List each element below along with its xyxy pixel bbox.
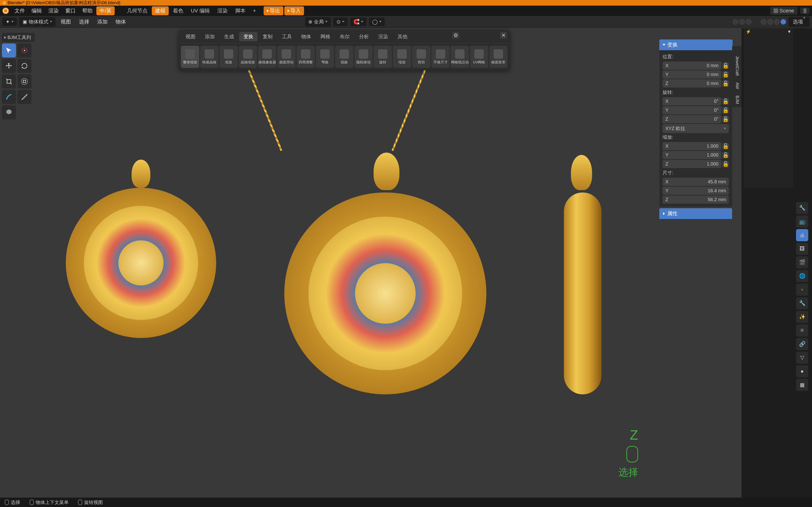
mode-selector[interactable]: ▣物体模式 bbox=[19, 17, 55, 26]
fp-tool[interactable]: 晶格缩放 bbox=[239, 46, 257, 68]
lock-icon[interactable]: 🔓 bbox=[722, 143, 729, 150]
header-add[interactable]: 添加 bbox=[94, 17, 110, 26]
fp-tab-active[interactable]: 变换 bbox=[239, 32, 257, 41]
prop-constraints-icon[interactable]: 🔗 bbox=[796, 338, 808, 350]
fp-tab[interactable]: 布尔 bbox=[336, 32, 354, 41]
tool-measure[interactable] bbox=[17, 90, 32, 104]
menu-window[interactable]: 窗口 bbox=[62, 6, 79, 15]
rot-y[interactable]: Y0° bbox=[663, 106, 721, 114]
prop-texture-icon[interactable]: ▦ bbox=[796, 379, 808, 391]
side-tab-bjm[interactable]: BJM bbox=[732, 92, 742, 107]
overlay-icon[interactable] bbox=[732, 19, 738, 25]
fp-tool[interactable]: 整体缩放 bbox=[181, 46, 199, 68]
filter-icon[interactable]: ▼ bbox=[787, 30, 791, 34]
scale-y[interactable]: Y1.000 bbox=[663, 151, 721, 159]
side-tab-item[interactable]: 变换 bbox=[732, 40, 742, 46]
side-tab-view[interactable]: 视图 bbox=[732, 46, 742, 53]
rot-z[interactable]: Z0° bbox=[663, 115, 721, 123]
header-view[interactable]: 视图 bbox=[58, 17, 74, 26]
fp-tool[interactable]: 网格线迁动 bbox=[451, 46, 469, 68]
loc-y[interactable]: Y0 mm bbox=[663, 70, 721, 78]
workspace-rendering[interactable]: 渲染 bbox=[214, 6, 231, 15]
menu-help[interactable]: 帮助 bbox=[80, 6, 95, 15]
shading-modes[interactable] bbox=[761, 19, 786, 25]
fp-tab[interactable]: 分析 bbox=[355, 32, 373, 41]
close-icon[interactable]: ✕ bbox=[500, 32, 507, 39]
fp-tool[interactable]: 四周调整 bbox=[297, 46, 315, 68]
lock-icon[interactable]: 🔓 bbox=[722, 116, 729, 122]
scale-z[interactable]: Z1.000 bbox=[663, 160, 721, 168]
tool-scale[interactable] bbox=[2, 74, 16, 89]
prop-modifier-icon[interactable]: 🔧 bbox=[796, 297, 808, 309]
overlay-toggles[interactable] bbox=[732, 19, 751, 25]
tool-rotate[interactable] bbox=[17, 59, 32, 73]
import-button[interactable]: 导入 bbox=[284, 6, 304, 15]
workspace-modeling[interactable]: 建模 bbox=[152, 6, 169, 15]
filter-icon[interactable]: ⚡ bbox=[746, 29, 751, 34]
menu-edit[interactable]: 编辑 bbox=[29, 6, 45, 15]
fp-tool[interactable]: 缩放 bbox=[219, 46, 238, 68]
prop-particles-icon[interactable]: ✨ bbox=[796, 311, 808, 323]
prop-physics-icon[interactable]: ⚛ bbox=[796, 324, 808, 337]
workspace-geo-nodes[interactable]: 几何节点 bbox=[123, 6, 151, 15]
loc-z[interactable]: Z0 mm bbox=[663, 79, 721, 88]
fp-tool[interactable]: 曲线修改器 bbox=[258, 46, 276, 68]
export-button[interactable]: 导出 bbox=[264, 6, 283, 15]
prop-data-icon[interactable]: ▽ bbox=[796, 352, 808, 364]
workspace-script[interactable]: 脚本 bbox=[232, 6, 249, 15]
tool-add-cube[interactable] bbox=[2, 105, 16, 119]
proportional[interactable]: ◯ bbox=[369, 17, 385, 26]
viewlayer-selector[interactable] bbox=[800, 7, 810, 14]
dim-x[interactable]: X45.8 mm bbox=[663, 178, 729, 186]
fp-tool[interactable]: 手推尺寸 bbox=[432, 46, 450, 68]
3d-viewport[interactable]: Z 选择 bbox=[0, 28, 732, 498]
fp-tab[interactable]: 渲染 bbox=[374, 32, 392, 41]
prop-world-icon[interactable]: 🌐 bbox=[796, 270, 808, 282]
lock-icon[interactable]: 🔓 bbox=[722, 71, 729, 78]
outliner[interactable]: ⚡ ▼ bbox=[744, 28, 793, 188]
tool-move[interactable] bbox=[2, 59, 16, 73]
side-tab-jewelcraft[interactable]: JewelCraft bbox=[732, 53, 742, 79]
fp-tab[interactable]: 复制 bbox=[258, 32, 277, 41]
dim-y[interactable]: Y16.4 mm bbox=[663, 186, 729, 195]
side-tab-aw[interactable]: AW bbox=[732, 79, 742, 92]
toolbar-title[interactable]: BJM工具列 bbox=[2, 33, 35, 42]
pivot[interactable]: ⊙ bbox=[333, 17, 348, 26]
dim-z[interactable]: Z56.2 mm bbox=[663, 195, 729, 204]
lock-icon[interactable]: 🔓 bbox=[722, 80, 729, 87]
scale-x[interactable]: X1.000 bbox=[663, 142, 721, 150]
transform-panel-header[interactable]: 变换 bbox=[659, 40, 732, 50]
workspace-add[interactable]: + bbox=[250, 7, 259, 15]
fp-tool[interactable]: 扭曲 bbox=[335, 46, 353, 68]
language-toggle[interactable]: 中/英 bbox=[96, 6, 115, 15]
fp-tool[interactable]: UV网格 bbox=[470, 46, 488, 68]
workspace-uv[interactable]: UV 编辑 bbox=[188, 6, 213, 15]
prop-render-icon[interactable]: 📺 bbox=[796, 216, 808, 228]
lock-icon[interactable]: 🔓 bbox=[722, 161, 729, 167]
menu-render[interactable]: 渲染 bbox=[46, 6, 61, 15]
fp-tool[interactable]: 快速晶格 bbox=[200, 46, 218, 68]
attributes-panel-header[interactable]: 属性 bbox=[659, 208, 732, 219]
menu-file[interactable]: 文件 bbox=[12, 6, 28, 15]
fp-tab[interactable]: 物体 bbox=[297, 32, 315, 41]
prop-output-icon[interactable]: 🖨 bbox=[796, 229, 808, 241]
fp-tool[interactable]: 曲面滑动 bbox=[277, 46, 296, 68]
tool-cursor[interactable] bbox=[17, 44, 32, 58]
fp-tab[interactable]: 网格 bbox=[316, 32, 335, 41]
header-object[interactable]: 物体 bbox=[113, 17, 129, 26]
fp-tool[interactable]: 曲面形变 bbox=[489, 46, 507, 68]
prop-viewlayer-icon[interactable]: 🖼 bbox=[796, 243, 808, 255]
loc-x[interactable]: X0 mm bbox=[663, 61, 721, 70]
fp-tab[interactable]: 视图 bbox=[182, 32, 200, 41]
tool-transform[interactable] bbox=[17, 74, 32, 89]
workspace-shading[interactable]: 着色 bbox=[170, 6, 187, 15]
rot-x[interactable]: X0° bbox=[663, 97, 721, 105]
fp-tool[interactable]: 缩放 bbox=[393, 46, 411, 68]
fp-tab[interactable]: 生成 bbox=[220, 32, 238, 41]
options-dropdown[interactable]: 选项 bbox=[789, 17, 810, 27]
prop-object-icon[interactable]: ▫ bbox=[796, 284, 808, 296]
editor-type[interactable]: ✦ bbox=[2, 17, 17, 26]
solid-icon[interactable] bbox=[767, 19, 773, 25]
lock-icon[interactable]: 🔓 bbox=[722, 98, 729, 105]
rendered-icon[interactable] bbox=[780, 19, 786, 25]
